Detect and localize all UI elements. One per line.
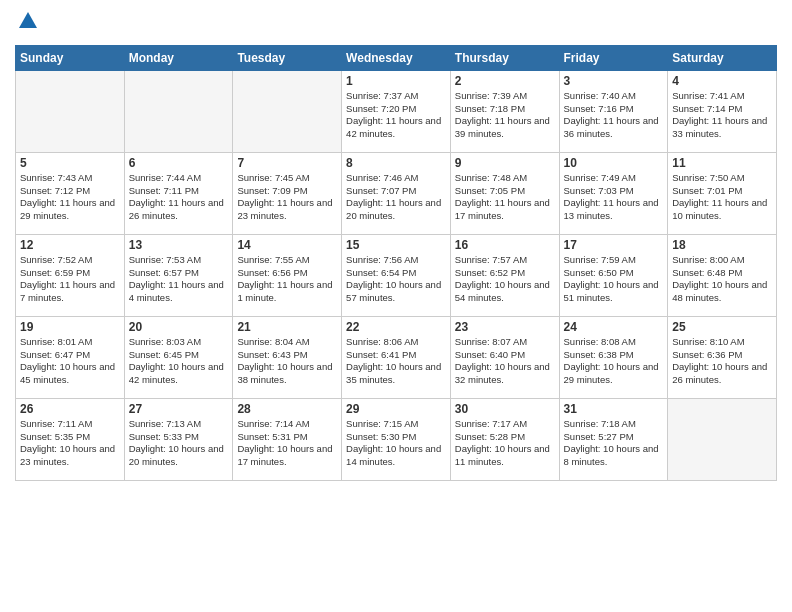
day-number: 24 <box>564 320 664 334</box>
calendar-cell: 2Sunrise: 7:39 AM Sunset: 7:18 PM Daylig… <box>450 70 559 152</box>
day-number: 18 <box>672 238 772 252</box>
calendar-cell: 22Sunrise: 8:06 AM Sunset: 6:41 PM Dayli… <box>342 316 451 398</box>
calendar-cell: 5Sunrise: 7:43 AM Sunset: 7:12 PM Daylig… <box>16 152 125 234</box>
day-info: Sunrise: 7:13 AM Sunset: 5:33 PM Dayligh… <box>129 418 229 469</box>
weekday-header-tuesday: Tuesday <box>233 45 342 70</box>
weekday-header-monday: Monday <box>124 45 233 70</box>
calendar-cell: 19Sunrise: 8:01 AM Sunset: 6:47 PM Dayli… <box>16 316 125 398</box>
day-number: 28 <box>237 402 337 416</box>
day-info: Sunrise: 7:48 AM Sunset: 7:05 PM Dayligh… <box>455 172 555 223</box>
day-number: 22 <box>346 320 446 334</box>
day-info: Sunrise: 7:59 AM Sunset: 6:50 PM Dayligh… <box>564 254 664 305</box>
svg-marker-0 <box>19 12 37 28</box>
calendar-cell: 25Sunrise: 8:10 AM Sunset: 6:36 PM Dayli… <box>668 316 777 398</box>
day-number: 20 <box>129 320 229 334</box>
day-number: 4 <box>672 74 772 88</box>
calendar-cell: 31Sunrise: 7:18 AM Sunset: 5:27 PM Dayli… <box>559 398 668 480</box>
day-number: 14 <box>237 238 337 252</box>
calendar-cell: 26Sunrise: 7:11 AM Sunset: 5:35 PM Dayli… <box>16 398 125 480</box>
calendar-cell: 6Sunrise: 7:44 AM Sunset: 7:11 PM Daylig… <box>124 152 233 234</box>
day-number: 16 <box>455 238 555 252</box>
calendar-cell: 28Sunrise: 7:14 AM Sunset: 5:31 PM Dayli… <box>233 398 342 480</box>
day-info: Sunrise: 7:46 AM Sunset: 7:07 PM Dayligh… <box>346 172 446 223</box>
day-number: 6 <box>129 156 229 170</box>
calendar-cell: 16Sunrise: 7:57 AM Sunset: 6:52 PM Dayli… <box>450 234 559 316</box>
day-info: Sunrise: 7:11 AM Sunset: 5:35 PM Dayligh… <box>20 418 120 469</box>
weekday-header-thursday: Thursday <box>450 45 559 70</box>
day-info: Sunrise: 7:39 AM Sunset: 7:18 PM Dayligh… <box>455 90 555 141</box>
weekday-header-friday: Friday <box>559 45 668 70</box>
calendar-cell: 12Sunrise: 7:52 AM Sunset: 6:59 PM Dayli… <box>16 234 125 316</box>
day-number: 12 <box>20 238 120 252</box>
day-number: 17 <box>564 238 664 252</box>
calendar-cell <box>668 398 777 480</box>
day-info: Sunrise: 7:56 AM Sunset: 6:54 PM Dayligh… <box>346 254 446 305</box>
day-info: Sunrise: 7:41 AM Sunset: 7:14 PM Dayligh… <box>672 90 772 141</box>
day-number: 29 <box>346 402 446 416</box>
day-info: Sunrise: 7:55 AM Sunset: 6:56 PM Dayligh… <box>237 254 337 305</box>
calendar-cell: 14Sunrise: 7:55 AM Sunset: 6:56 PM Dayli… <box>233 234 342 316</box>
calendar-cell <box>16 70 125 152</box>
calendar-cell: 10Sunrise: 7:49 AM Sunset: 7:03 PM Dayli… <box>559 152 668 234</box>
logo <box>15 10 39 37</box>
day-info: Sunrise: 7:15 AM Sunset: 5:30 PM Dayligh… <box>346 418 446 469</box>
calendar: SundayMondayTuesdayWednesdayThursdayFrid… <box>15 45 777 481</box>
calendar-cell <box>233 70 342 152</box>
day-info: Sunrise: 7:49 AM Sunset: 7:03 PM Dayligh… <box>564 172 664 223</box>
calendar-cell: 9Sunrise: 7:48 AM Sunset: 7:05 PM Daylig… <box>450 152 559 234</box>
calendar-cell: 15Sunrise: 7:56 AM Sunset: 6:54 PM Dayli… <box>342 234 451 316</box>
day-info: Sunrise: 7:50 AM Sunset: 7:01 PM Dayligh… <box>672 172 772 223</box>
day-number: 13 <box>129 238 229 252</box>
day-info: Sunrise: 7:53 AM Sunset: 6:57 PM Dayligh… <box>129 254 229 305</box>
calendar-cell: 13Sunrise: 7:53 AM Sunset: 6:57 PM Dayli… <box>124 234 233 316</box>
week-row-4: 19Sunrise: 8:01 AM Sunset: 6:47 PM Dayli… <box>16 316 777 398</box>
day-number: 21 <box>237 320 337 334</box>
day-info: Sunrise: 8:00 AM Sunset: 6:48 PM Dayligh… <box>672 254 772 305</box>
day-number: 3 <box>564 74 664 88</box>
week-row-2: 5Sunrise: 7:43 AM Sunset: 7:12 PM Daylig… <box>16 152 777 234</box>
day-info: Sunrise: 7:14 AM Sunset: 5:31 PM Dayligh… <box>237 418 337 469</box>
day-number: 23 <box>455 320 555 334</box>
calendar-cell: 29Sunrise: 7:15 AM Sunset: 5:30 PM Dayli… <box>342 398 451 480</box>
calendar-cell: 7Sunrise: 7:45 AM Sunset: 7:09 PM Daylig… <box>233 152 342 234</box>
day-info: Sunrise: 7:17 AM Sunset: 5:28 PM Dayligh… <box>455 418 555 469</box>
day-info: Sunrise: 8:08 AM Sunset: 6:38 PM Dayligh… <box>564 336 664 387</box>
day-info: Sunrise: 7:18 AM Sunset: 5:27 PM Dayligh… <box>564 418 664 469</box>
day-number: 25 <box>672 320 772 334</box>
calendar-cell: 1Sunrise: 7:37 AM Sunset: 7:20 PM Daylig… <box>342 70 451 152</box>
day-info: Sunrise: 8:10 AM Sunset: 6:36 PM Dayligh… <box>672 336 772 387</box>
calendar-cell: 21Sunrise: 8:04 AM Sunset: 6:43 PM Dayli… <box>233 316 342 398</box>
calendar-cell: 20Sunrise: 8:03 AM Sunset: 6:45 PM Dayli… <box>124 316 233 398</box>
logo-text <box>15 10 39 37</box>
day-info: Sunrise: 7:40 AM Sunset: 7:16 PM Dayligh… <box>564 90 664 141</box>
weekday-header-saturday: Saturday <box>668 45 777 70</box>
weekday-header-wednesday: Wednesday <box>342 45 451 70</box>
day-number: 11 <box>672 156 772 170</box>
day-info: Sunrise: 7:43 AM Sunset: 7:12 PM Dayligh… <box>20 172 120 223</box>
calendar-cell: 27Sunrise: 7:13 AM Sunset: 5:33 PM Dayli… <box>124 398 233 480</box>
header <box>15 10 777 37</box>
day-info: Sunrise: 8:07 AM Sunset: 6:40 PM Dayligh… <box>455 336 555 387</box>
calendar-cell: 8Sunrise: 7:46 AM Sunset: 7:07 PM Daylig… <box>342 152 451 234</box>
day-number: 10 <box>564 156 664 170</box>
day-number: 30 <box>455 402 555 416</box>
calendar-cell: 3Sunrise: 7:40 AM Sunset: 7:16 PM Daylig… <box>559 70 668 152</box>
day-number: 8 <box>346 156 446 170</box>
day-number: 27 <box>129 402 229 416</box>
week-row-5: 26Sunrise: 7:11 AM Sunset: 5:35 PM Dayli… <box>16 398 777 480</box>
day-number: 15 <box>346 238 446 252</box>
calendar-cell: 24Sunrise: 8:08 AM Sunset: 6:38 PM Dayli… <box>559 316 668 398</box>
day-info: Sunrise: 7:44 AM Sunset: 7:11 PM Dayligh… <box>129 172 229 223</box>
day-info: Sunrise: 7:45 AM Sunset: 7:09 PM Dayligh… <box>237 172 337 223</box>
day-number: 1 <box>346 74 446 88</box>
day-number: 2 <box>455 74 555 88</box>
day-info: Sunrise: 7:57 AM Sunset: 6:52 PM Dayligh… <box>455 254 555 305</box>
calendar-cell <box>124 70 233 152</box>
calendar-cell: 11Sunrise: 7:50 AM Sunset: 7:01 PM Dayli… <box>668 152 777 234</box>
day-number: 31 <box>564 402 664 416</box>
page: SundayMondayTuesdayWednesdayThursdayFrid… <box>0 0 792 612</box>
day-number: 9 <box>455 156 555 170</box>
calendar-cell: 23Sunrise: 8:07 AM Sunset: 6:40 PM Dayli… <box>450 316 559 398</box>
day-info: Sunrise: 8:04 AM Sunset: 6:43 PM Dayligh… <box>237 336 337 387</box>
day-number: 5 <box>20 156 120 170</box>
